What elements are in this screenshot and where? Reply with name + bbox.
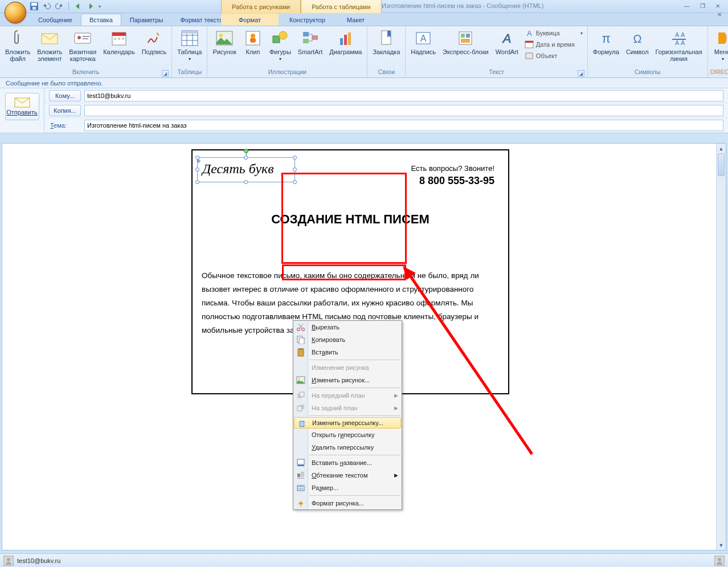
tab-constructor[interactable]: Конструктор [279, 14, 336, 26]
ribbon-body: Вложить файл Вложить элемент Визитная ка… [0, 26, 728, 78]
tab-options[interactable]: Параметры [121, 14, 172, 26]
ribbon-tabs: Сообщение Вставка Параметры Формат текст… [0, 13, 728, 26]
group-symbols-title: Символы [590, 68, 705, 77]
svg-point-5 [77, 36, 81, 39]
table-button[interactable]: Таблица▾ [174, 27, 205, 63]
doc-close-button[interactable]: ✕ [714, 11, 725, 18]
svg-rect-12 [122, 38, 124, 40]
svg-rect-42 [526, 53, 533, 59]
svg-rect-7 [83, 38, 88, 39]
group-tables-title: Таблицы [174, 68, 205, 77]
group-directum: Меню▾ DIRECTUM [708, 26, 728, 77]
qat-customize-icon[interactable]: ▾ [99, 4, 101, 9]
attach-item-button[interactable]: Вложить элемент [34, 27, 65, 64]
symbol-button[interactable]: ΩСимвол [623, 27, 652, 57]
signature-button[interactable]: Подпись [139, 27, 170, 57]
svg-rect-1 [31, 3, 37, 6]
svg-text:A: A [420, 34, 427, 43]
group-symbols: πФормула ΩСимвол AAAAГоризонтальная лини… [588, 26, 708, 77]
svg-text:A: A [681, 31, 685, 38]
send-icon [14, 97, 30, 108]
cc-field[interactable] [84, 105, 723, 116]
smartart-button[interactable]: SmartArt [295, 27, 325, 57]
svg-point-24 [279, 31, 287, 39]
svg-rect-30 [348, 32, 351, 45]
qat-separator [68, 2, 69, 10]
textbox-button[interactable]: AНадпись [408, 27, 439, 57]
group-illustrations: Рисунок Клип Фигуры▾ SmartArt Диаграмма … [207, 26, 367, 77]
business-card-button[interactable]: Визитная карточка [66, 27, 99, 64]
clip-button[interactable]: Клип [240, 27, 265, 57]
svg-rect-29 [344, 35, 347, 45]
object-button[interactable]: Объект [522, 50, 585, 62]
svg-point-22 [251, 34, 255, 38]
svg-text:A: A [527, 29, 532, 38]
shapes-button[interactable]: Фигуры▾ [267, 27, 294, 63]
previous-icon[interactable] [73, 2, 83, 11]
group-include-title: Включить [72, 68, 99, 75]
equation-button[interactable]: πФормула [590, 27, 622, 57]
svg-text:π: π [602, 31, 610, 46]
svg-point-20 [219, 34, 223, 37]
text-launcher[interactable]: ◢ [578, 70, 584, 77]
office-button[interactable] [5, 2, 26, 23]
envelope: Отправить Кому... Копия... Тема: [0, 88, 728, 133]
quickparts-button[interactable]: Экспресс-блоки [440, 27, 492, 57]
save-icon[interactable] [30, 2, 39, 11]
hr-button[interactable]: AAAAГоризонтальная линия [653, 27, 705, 64]
svg-text:A: A [675, 39, 680, 46]
svg-rect-25 [303, 32, 309, 36]
document-window-controls: ✕ [714, 11, 725, 18]
to-field[interactable] [84, 90, 723, 101]
send-button[interactable]: Отправить [5, 93, 39, 120]
maximize-button[interactable]: ❐ [696, 2, 709, 10]
include-launcher[interactable]: ◢ [162, 70, 169, 77]
svg-rect-37 [461, 39, 470, 43]
chart-button[interactable]: Диаграмма [326, 27, 365, 57]
subject-label: Тема: [44, 122, 84, 129]
svg-rect-27 [312, 35, 318, 40]
group-text: AНадпись Экспресс-блоки AWordArt AБуквиц… [406, 26, 588, 77]
group-directum-title: DIRECTUM [710, 68, 728, 77]
directum-menu-button[interactable]: Меню▾ [710, 27, 728, 63]
svg-rect-11 [118, 38, 120, 40]
close-button[interactable]: ✕ [711, 2, 725, 10]
tab-insert[interactable]: Вставка [81, 14, 121, 26]
svg-rect-36 [466, 34, 470, 38]
group-tables: Таблица▾ Таблицы [172, 26, 207, 77]
window-title: Изготовление html-писем на заказ - Сообщ… [382, 2, 543, 9]
svg-rect-2 [32, 7, 36, 10]
attach-file-button[interactable]: Вложить файл [2, 27, 33, 64]
tab-message[interactable]: Сообщение [30, 14, 81, 26]
svg-rect-9 [112, 32, 126, 36]
svg-rect-6 [83, 36, 89, 37]
minimize-button[interactable]: — [680, 2, 694, 10]
svg-rect-18 [182, 31, 198, 34]
window-controls: — ❐ ✕ [680, 2, 725, 10]
undo-icon[interactable] [42, 2, 51, 11]
wordart-button[interactable]: AWordArt [493, 27, 521, 57]
svg-rect-28 [340, 38, 343, 45]
picture-button[interactable]: Рисунок [210, 27, 239, 57]
cc-button[interactable]: Копия... [49, 105, 81, 116]
group-illustrations-title: Иллюстрации [210, 68, 365, 77]
group-include: Вложить файл Вложить элемент Визитная ка… [0, 26, 172, 77]
title-bar: ▾ Работа с рисунками Работа с таблицами … [0, 0, 728, 13]
contextual-header-tables: Работа с таблицами [301, 0, 381, 13]
subject-field[interactable] [84, 120, 723, 131]
calendar-button[interactable]: Календарь [100, 27, 138, 57]
contextual-tab-headers: Работа с рисунками Работа с таблицами [221, 0, 382, 13]
to-button[interactable]: Кому... [49, 90, 81, 101]
redo-icon[interactable] [55, 2, 64, 11]
datetime-button[interactable]: Дата и время [522, 39, 585, 50]
svg-rect-41 [525, 41, 533, 43]
svg-rect-23 [273, 36, 280, 43]
tab-layout[interactable]: Макет [336, 14, 375, 26]
bookmark-button[interactable]: Закладка [370, 27, 403, 57]
group-text-title: Текст [489, 68, 504, 75]
svg-rect-10 [114, 38, 116, 40]
dropcap-button[interactable]: AБуквица▾ [522, 27, 585, 39]
quick-access-toolbar: ▾ [30, 0, 101, 13]
tab-format[interactable]: Формат [221, 14, 279, 26]
next-icon[interactable] [86, 2, 95, 11]
